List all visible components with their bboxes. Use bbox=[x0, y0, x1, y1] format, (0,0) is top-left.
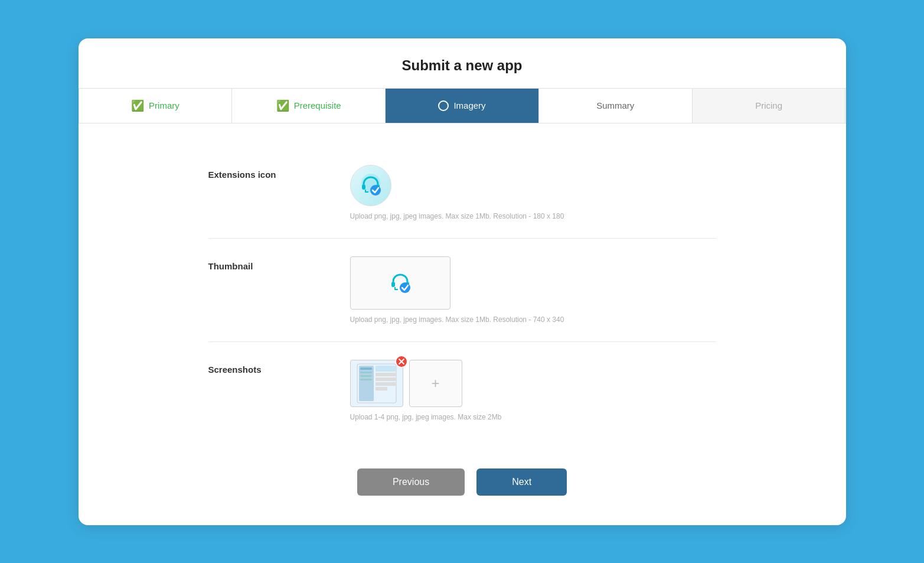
page-title: Submit a new app bbox=[79, 38, 846, 88]
svg-point-3 bbox=[370, 185, 381, 196]
svg-rect-9 bbox=[376, 366, 396, 372]
tab-summary-label: Summary bbox=[596, 100, 634, 110]
thumbnail-label: Thumbnail bbox=[208, 256, 326, 271]
thumbnail-content: Upload png, jpg, jpeg images. Max size 1… bbox=[350, 256, 716, 324]
svg-rect-12 bbox=[376, 382, 396, 386]
extensions-icon-hint: Upload png, jpg, jpeg images. Max size 1… bbox=[350, 212, 716, 220]
tab-bar: ✅ Primary ✅ Prerequisite Imagery Summary… bbox=[79, 88, 846, 123]
remove-screenshot-1[interactable] bbox=[395, 355, 408, 368]
plus-icon: + bbox=[431, 375, 439, 392]
tab-imagery-label: Imagery bbox=[453, 100, 485, 110]
thumbnail-upload[interactable] bbox=[350, 256, 450, 310]
screenshot-image-1 bbox=[356, 363, 397, 404]
screenshots-list: + bbox=[350, 360, 716, 407]
screenshots-label: Screenshots bbox=[208, 360, 326, 375]
app-card: Submit a new app ✅ Primary ✅ Prerequisit… bbox=[79, 38, 846, 525]
extensions-icon-image bbox=[355, 170, 386, 201]
tab-prerequisite[interactable]: ✅ Prerequisite bbox=[232, 89, 386, 123]
extensions-icon-content: Upload png, jpg, jpeg images. Max size 1… bbox=[350, 165, 716, 220]
screenshot-item-1 bbox=[350, 360, 403, 407]
previous-button[interactable]: Previous bbox=[357, 468, 465, 496]
svg-rect-1 bbox=[362, 184, 365, 190]
remove-icon-1 bbox=[395, 355, 408, 368]
thumbnail-row: Thumbnail Upload png, jpg, jpeg images. … bbox=[208, 239, 716, 342]
svg-rect-11 bbox=[376, 377, 396, 381]
tab-pricing[interactable]: Pricing bbox=[693, 89, 846, 123]
tab-summary[interactable]: Summary bbox=[539, 89, 693, 123]
svg-rect-4 bbox=[391, 282, 395, 287]
check-icon-prerequisite: ✅ bbox=[276, 99, 289, 112]
svg-rect-17 bbox=[360, 379, 372, 380]
add-screenshot-button[interactable]: + bbox=[409, 360, 462, 407]
circle-icon-imagery bbox=[438, 100, 449, 111]
svg-rect-10 bbox=[376, 373, 396, 376]
tab-pricing-label: Pricing bbox=[755, 100, 782, 110]
tab-primary-label: Primary bbox=[149, 100, 179, 110]
svg-rect-16 bbox=[360, 375, 372, 377]
svg-point-6 bbox=[400, 282, 410, 293]
next-button[interactable]: Next bbox=[476, 468, 567, 496]
svg-rect-14 bbox=[360, 367, 372, 370]
navigation-buttons: Previous Next bbox=[79, 463, 846, 502]
tab-primary[interactable]: ✅ Primary bbox=[79, 89, 233, 123]
svg-rect-15 bbox=[360, 372, 372, 373]
svg-rect-13 bbox=[376, 387, 387, 390]
screenshots-row: Screenshots bbox=[208, 342, 716, 439]
svg-rect-8 bbox=[359, 366, 374, 401]
extensions-icon-label: Extensions icon bbox=[208, 165, 326, 180]
tab-prerequisite-label: Prerequisite bbox=[294, 100, 341, 110]
tab-imagery[interactable]: Imagery bbox=[386, 89, 539, 123]
thumbnail-image bbox=[385, 268, 416, 298]
screenshots-hint: Upload 1-4 png, jpg, jpeg images. Max si… bbox=[350, 413, 716, 421]
check-icon-primary: ✅ bbox=[131, 99, 144, 112]
thumbnail-hint: Upload png, jpg, jpeg images. Max size 1… bbox=[350, 315, 716, 324]
screenshots-content: + Upload 1-4 png, jpg, jpeg images. Max … bbox=[350, 360, 716, 421]
extensions-icon-row: Extensions icon bbox=[208, 147, 716, 239]
extensions-icon-upload[interactable] bbox=[350, 165, 391, 206]
form-content: Extensions icon bbox=[79, 123, 846, 463]
